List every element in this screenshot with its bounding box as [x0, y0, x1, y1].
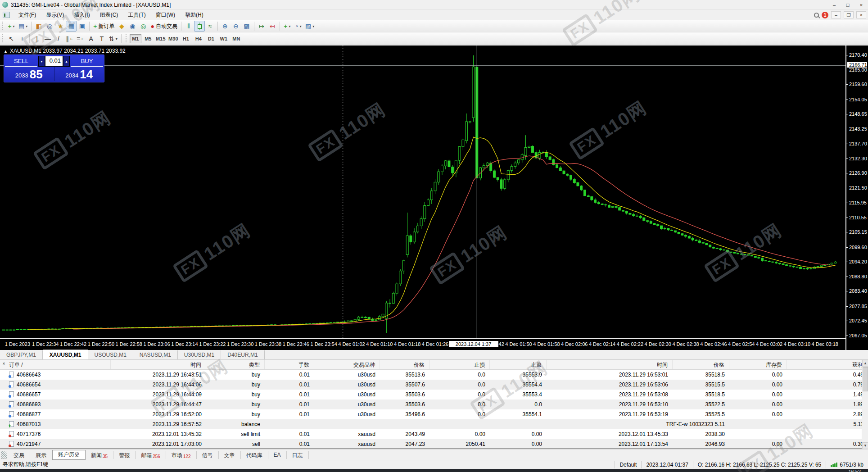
period-m1-button[interactable]: M1 [130, 34, 141, 43]
buy-button[interactable]: BUY [71, 56, 103, 67]
bottom-tab-8[interactable]: 文章 [219, 451, 241, 459]
cursor-tool-button[interactable]: ↖ [6, 33, 17, 44]
lot-decrease-button[interactable]: ▼ [38, 56, 45, 67]
bottom-tab-7[interactable]: 信号 [197, 451, 219, 459]
panel-grip[interactable] [1, 451, 7, 459]
period-mn-button[interactable]: MN [231, 34, 242, 43]
orders-column-header[interactable]: 库存费 [729, 360, 787, 369]
period-m15-button[interactable]: M15 [155, 34, 167, 43]
profiles-button[interactable]: ▤▾ [17, 21, 29, 32]
text-tool-button[interactable]: A [86, 33, 96, 44]
bottom-tab-2[interactable]: 账户历史 [52, 450, 86, 460]
child-minimize-button[interactable]: – [831, 11, 841, 18]
signals-button[interactable]: ◎ [138, 21, 149, 32]
window-close-button[interactable]: × [854, 0, 868, 9]
orders-column-header[interactable]: 止盈 [490, 360, 547, 369]
menu-item-1[interactable]: 显示(V) [41, 11, 69, 19]
window-maximize-button[interactable]: □ [841, 0, 854, 9]
menu-item-0[interactable]: 文件(F) [14, 11, 41, 19]
orders-column-header[interactable]: 价格 [673, 360, 729, 369]
candlestick-chart-button[interactable] [194, 21, 205, 32]
scroll-down-icon[interactable]: ▼ [862, 442, 868, 449]
templates-button[interactable]: ▨▾ [303, 21, 316, 32]
child-restore-button[interactable]: ❐ [844, 11, 854, 18]
auto-scroll-button[interactable]: ↦ [256, 21, 267, 32]
bottom-tab-5[interactable]: 邮箱256 [136, 451, 166, 459]
lot-size-input[interactable]: 0.01 [45, 56, 63, 67]
data-window-button[interactable]: ◎ [44, 21, 55, 32]
order-row-40717376[interactable]: 407173762023.12.01 13:45:32sell limit0.0… [0, 429, 868, 439]
chart-shift-button[interactable]: ↤ [267, 21, 278, 32]
chart-area[interactable]: ▲XAUUSD,M1 2033.97 2034.21 2033.71 2033.… [0, 45, 868, 350]
fibonacci-tool-button[interactable]: ≡F [75, 33, 86, 44]
autotrading-button[interactable]: ●自动交易 [149, 21, 179, 32]
bottom-tab-6[interactable]: 市场122 [166, 451, 197, 459]
tile-windows-button[interactable]: ▩ [241, 21, 252, 32]
bottom-tab-0[interactable]: 交易 [8, 451, 30, 459]
vertical-line-tool-button[interactable]: | [32, 33, 42, 44]
new-chart-dropdown-icon[interactable]: ▾ [13, 24, 15, 28]
periods-button[interactable]: ◔▾ [293, 21, 303, 32]
bottom-tab-1[interactable]: 展示 [30, 451, 52, 459]
line-chart-button[interactable]: ≈ [205, 21, 216, 32]
new-chart-button[interactable]: +▾ [6, 21, 17, 32]
orders-column-header[interactable]: 止损 [429, 360, 490, 369]
orders-column-header[interactable]: 时间 [111, 360, 206, 369]
periods-dropdown-icon[interactable]: ▾ [300, 24, 302, 28]
panel-close-icon[interactable]: × [1, 361, 7, 367]
metaeditor-button[interactable]: ◆ [116, 21, 127, 32]
crosshair-tool-button[interactable]: + [17, 33, 27, 44]
period-m30-button[interactable]: M30 [167, 34, 179, 43]
symbol-tab-usousd[interactable]: USOUSD,M1 [88, 350, 133, 359]
market-watch-button[interactable]: ◧ [33, 21, 44, 32]
arrows-tool-button[interactable]: ⇅▾ [107, 33, 119, 44]
buy-price[interactable]: 2034 14 [54, 67, 104, 81]
sell-price[interactable]: 2033 85 [4, 67, 54, 81]
scroll-up-icon[interactable]: ▲ [862, 360, 868, 367]
bottom-tab-9[interactable]: 代码库 [241, 451, 268, 459]
bottom-tab-4[interactable]: 警报 [113, 451, 136, 459]
menu-item-3[interactable]: 图表(C) [95, 11, 123, 19]
profiles-dropdown-icon[interactable]: ▾ [26, 24, 27, 28]
oneclick-collapse-icon[interactable]: ▲ [4, 49, 8, 54]
orders-column-header[interactable]: 订单 / [0, 360, 111, 369]
symbol-tab-xauusd[interactable]: XAUUSD,M1 [43, 349, 88, 359]
text-label-tool-button[interactable]: T [96, 33, 107, 44]
order-row-40686693[interactable]: 406866932023.11.29 16:44:47buy0.01u30usd… [0, 399, 868, 409]
indicators-dropdown-icon[interactable]: ▾ [289, 24, 290, 28]
bottom-tab-11[interactable]: 日志 [287, 451, 309, 459]
orders-column-header[interactable]: 价格 [380, 360, 429, 369]
zoom-out-button[interactable]: ⊖ [231, 21, 241, 32]
order-row-40686657[interactable]: 406866572023.11.29 16:44:09buy0.01u30usd… [0, 390, 868, 399]
period-m5-button[interactable]: M5 [142, 34, 154, 43]
scroll-thumb[interactable] [863, 367, 868, 391]
terminal-button[interactable]: ▦ [66, 21, 77, 32]
sell-button[interactable]: SELL [5, 56, 37, 67]
equidistant-channel-tool-button[interactable]: ∥E [64, 33, 75, 44]
menu-item-4[interactable]: 工具(T) [123, 11, 150, 19]
orders-column-header[interactable]: 时间 [547, 360, 673, 369]
strategy-tester-button[interactable]: ▣ [77, 21, 87, 32]
menu-item-2[interactable]: 插入(I) [69, 11, 95, 19]
search-icon[interactable] [814, 13, 819, 18]
orders-column-header[interactable]: 类型 [206, 360, 265, 369]
symbol-tab-nasusd[interactable]: NASUSD,M1 [133, 350, 178, 359]
menu-item-5[interactable]: 窗口(W) [151, 11, 180, 19]
notification-badge[interactable]: 1 [822, 12, 828, 18]
trendline-tool-button[interactable]: / [53, 33, 64, 44]
symbol-tab-gbpjpy[interactable]: GBPJPY,M1 [0, 350, 43, 359]
period-h1-button[interactable]: H1 [180, 34, 192, 43]
order-row-40686643[interactable]: 406866432023.11.29 16:43:51buy0.01u30usd… [0, 370, 868, 380]
symbol-tab-u30usd[interactable]: U30USD,M1 [178, 350, 221, 359]
order-row-40686877[interactable]: 406868772023.11.29 16:52:00buy0.01u30usd… [0, 409, 868, 419]
symbol-tab-d40eur[interactable]: D40EUR,M1 [221, 350, 264, 359]
new-order-button[interactable]: +新订单 [91, 21, 116, 32]
period-w1-button[interactable]: W1 [218, 34, 230, 43]
lot-increase-button[interactable]: ▲ [63, 56, 70, 67]
period-d1-button[interactable]: D1 [205, 34, 217, 43]
templates-dropdown-icon[interactable]: ▾ [312, 24, 314, 28]
child-close-button[interactable]: × [856, 11, 866, 18]
bottom-tab-10[interactable]: EA [268, 451, 287, 459]
navigator-button[interactable]: ★ [55, 21, 66, 32]
order-row-40686654[interactable]: 406866542023.11.29 16:44:06buy0.01u30usd… [0, 380, 868, 390]
